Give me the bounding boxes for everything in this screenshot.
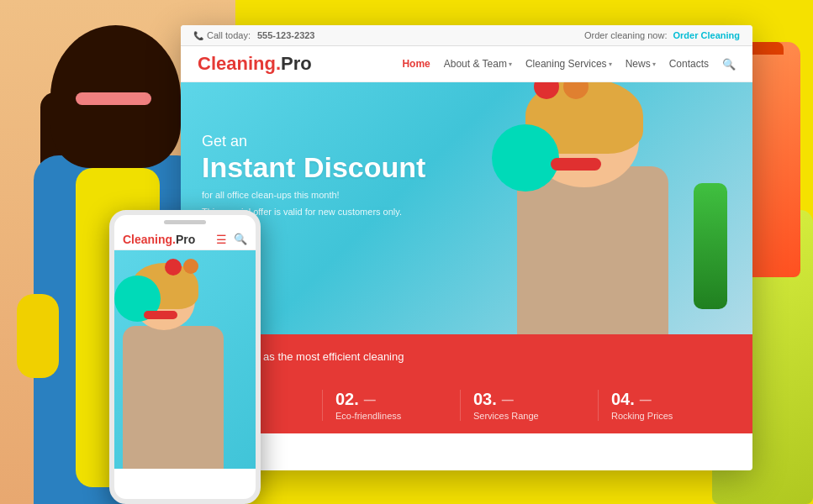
- nav-services[interactable]: Cleaning Services: [525, 58, 607, 70]
- stat-02-num: 02. —: [335, 390, 447, 409]
- red-section: hat define us as the most efficient clea…: [181, 334, 752, 433]
- phone-hamburger-icon[interactable]: ☰: [216, 233, 227, 246]
- nav-links: Home About & Team ▾ Cleaning Services ▾ …: [402, 58, 736, 71]
- topbar-left: 📞 Call today: 555-123-2323: [193, 30, 315, 40]
- stat-03-num: 03. —: [473, 390, 585, 409]
- brand-logo: Cleaning.Pro: [198, 53, 312, 75]
- order-cleaning-link[interactable]: Order Cleaning: [673, 30, 740, 40]
- hero-section: Get an Instant Discount for all office c…: [181, 82, 752, 334]
- hero-headline: Instant Discount: [202, 152, 425, 183]
- stats-row: 01. — ance 02. — Eco-friendliness 03. — …: [198, 390, 736, 421]
- topbar-right: Order cleaning now: Order Cleaning: [584, 30, 740, 40]
- stat-02: 02. — Eco-friendliness: [323, 390, 461, 421]
- browser-window: 📞 Call today: 555-123-2323 Order cleanin…: [181, 25, 752, 470]
- phone-speaker: [164, 220, 206, 224]
- navbar: Cleaning.Pro Home About & Team ▾ Cleanin…: [181, 46, 752, 82]
- nav-news-dropdown[interactable]: News ▾: [626, 58, 656, 70]
- call-label: Call today:: [207, 30, 251, 40]
- nav-about[interactable]: About & Team: [444, 58, 507, 70]
- order-label: Order cleaning now:: [584, 30, 667, 40]
- hero-text: Get an Instant Discount for all office c…: [202, 133, 425, 217]
- nav-services-dropdown[interactable]: Cleaning Services ▾: [525, 58, 612, 70]
- stat-04: 04. — Rocking Prices: [599, 390, 736, 421]
- phone-icon: 📞: [193, 31, 203, 40]
- hero-sub1: for all office clean-ups this month!: [202, 190, 425, 200]
- nav-news[interactable]: News: [626, 58, 651, 70]
- phone-hero-woman: [114, 250, 256, 469]
- hero-get-an: Get an: [202, 133, 425, 150]
- phone-nav-icons: ☰ 🔍: [216, 233, 247, 246]
- topbar: 📞 Call today: 555-123-2323 Order cleanin…: [181, 25, 752, 46]
- phone-topbar: Cleaning.Pro ☰ 🔍: [114, 229, 256, 250]
- nav-home[interactable]: Home: [402, 58, 430, 70]
- nav-about-dropdown[interactable]: About & Team ▾: [444, 58, 512, 70]
- red-section-main-text: hat define us as the most efficient clea…: [198, 349, 736, 380]
- phone-brand-red: Cleaning.: [123, 233, 176, 246]
- hero-woman-image: [450, 82, 736, 334]
- about-caret-icon: ▾: [509, 60, 512, 68]
- news-caret-icon: ▾: [652, 60, 656, 68]
- search-icon[interactable]: 🔍: [722, 58, 736, 71]
- brand-logo-red: Cleaning.: [198, 53, 281, 74]
- phone-brand: Cleaning.Pro: [123, 233, 195, 246]
- stat-03: 03. — Services Range: [461, 390, 599, 421]
- stat-04-label: Rocking Prices: [611, 411, 723, 421]
- brand-logo-dark: Pro: [281, 53, 312, 74]
- phone-hero-image: [114, 250, 256, 469]
- services-caret-icon: ▾: [609, 60, 612, 68]
- phone-number: 555-123-2323: [257, 30, 315, 40]
- phone-content: [114, 250, 256, 469]
- stat-02-label: Eco-friendliness: [335, 411, 447, 421]
- stat-03-label: Services Range: [473, 411, 585, 421]
- stat-04-num: 04. —: [611, 390, 723, 409]
- nav-contacts[interactable]: Contacts: [669, 58, 709, 70]
- phone-search-icon[interactable]: 🔍: [234, 233, 247, 246]
- phone-mockup: Cleaning.Pro ☰ 🔍: [109, 210, 261, 504]
- phone-brand-dark: Pro: [176, 233, 195, 246]
